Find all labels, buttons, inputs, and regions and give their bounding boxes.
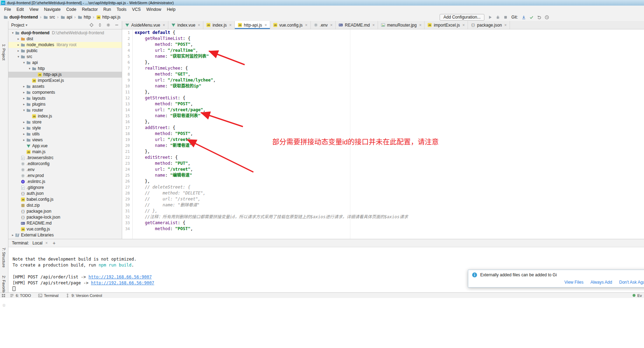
- tab-close-icon[interactable]: ×: [305, 23, 308, 28]
- tree-closed-arrow-icon[interactable]: ▸: [16, 48, 21, 54]
- tree-item-store[interactable]: ▸store: [8, 119, 122, 125]
- tree-item-api[interactable]: ▾api: [8, 60, 122, 66]
- tree-item-.env.prod[interactable]: .env.prod: [8, 173, 122, 179]
- terminal-link[interactable]: http://192.168.66.56:9007: [91, 280, 154, 285]
- tree-item-.browserslistrc[interactable]: .browserslistrc: [8, 155, 122, 161]
- tab-package.json[interactable]: {}package.json×: [468, 21, 510, 29]
- terminal-tab-close-icon[interactable]: ×: [45, 241, 48, 246]
- menu-vcs[interactable]: VCS: [129, 7, 144, 12]
- tab-close-icon[interactable]: ×: [265, 23, 267, 28]
- tree-item-src[interactable]: ▾src: [8, 54, 122, 60]
- editor[interactable]: 1234567891011121314151617181920212223242…: [122, 29, 644, 239]
- hide-icon[interactable]: [114, 23, 119, 27]
- settings-gear-icon[interactable]: [106, 23, 111, 27]
- tree-closed-arrow-icon[interactable]: ▸: [22, 90, 26, 95]
- tree-item-components[interactable]: ▸components: [8, 90, 122, 95]
- tree-item-public[interactable]: ▸public: [8, 48, 122, 54]
- stripe-project-button[interactable]: 1: Project: [2, 44, 6, 60]
- tree-item-style[interactable]: ▸style: [8, 125, 122, 131]
- tree-item-layouts[interactable]: ▸layouts: [8, 95, 122, 101]
- menu-run[interactable]: Run: [100, 7, 114, 12]
- tab-http-api.js[interactable]: JShttp-api.js×: [235, 21, 270, 29]
- statusbar-Terminal[interactable]: Terminal: [38, 293, 59, 298]
- debug-icon[interactable]: [496, 15, 500, 20]
- notification-action[interactable]: Always Add: [590, 280, 612, 285]
- statusbar-9: Version Control[interactable]: 9: Version Control: [65, 293, 102, 298]
- collapse-all-icon[interactable]: [98, 23, 102, 27]
- tab-close-icon[interactable]: ×: [419, 23, 421, 28]
- terminal-link[interactable]: http://192.168.66.56:9007: [89, 275, 152, 279]
- tab-index.vue[interactable]: index.vue×: [168, 21, 203, 29]
- git-update-icon[interactable]: [522, 15, 526, 20]
- tab-.env[interactable]: .env×: [311, 21, 336, 29]
- tree-open-arrow-icon[interactable]: ▾: [27, 66, 32, 72]
- tree-closed-arrow-icon[interactable]: ▸: [16, 42, 21, 48]
- tree-open-arrow-icon[interactable]: ▾: [10, 30, 15, 36]
- tree-closed-arrow-icon[interactable]: ▸: [22, 119, 26, 125]
- tree-item-babel.config.js[interactable]: JSbabel.config.js: [8, 197, 122, 203]
- tree-item-package-lock.json[interactable]: {}package-lock.json: [8, 214, 122, 220]
- tree-closed-arrow-icon[interactable]: ▸: [22, 125, 26, 131]
- tree-item-plugins[interactable]: ▸plugins: [8, 101, 122, 107]
- tab-close-icon[interactable]: ×: [504, 23, 507, 28]
- tree-item-App.vue[interactable]: App.vue: [8, 143, 122, 149]
- tree-item-External Libraries[interactable]: ▸External Libraries: [8, 232, 122, 238]
- breadcrumb-api[interactable]: api: [61, 15, 72, 20]
- tree-item-.gitignore[interactable]: .gitignore: [8, 185, 122, 191]
- tree-closed-arrow-icon[interactable]: ▸: [16, 36, 21, 42]
- tree-item-.eslintrc.js[interactable]: .eslintrc.js: [8, 179, 122, 185]
- tree-item-duoji-frontend[interactable]: ▾duoji-frontendD:\zheheWeb\duoji-fronten…: [8, 30, 122, 36]
- toolwindow-switcher-icon[interactable]: [1, 293, 6, 298]
- statusbar-6: TODO[interactable]: 6: TODO: [10, 293, 31, 298]
- tree-item-views[interactable]: ▸views: [8, 137, 122, 143]
- revert-icon[interactable]: [537, 15, 541, 20]
- tree-item-main.js[interactable]: JSmain.js: [8, 149, 122, 155]
- tree-closed-arrow-icon[interactable]: ▸: [22, 101, 26, 107]
- notification-action[interactable]: Don't Ask Agai: [619, 280, 644, 285]
- tab-close-icon[interactable]: ×: [163, 23, 165, 28]
- favorites-star-icon[interactable]: ☆: [2, 303, 6, 308]
- tree-item-router[interactable]: ▾router: [8, 107, 122, 113]
- breadcrumb-http[interactable]: http: [78, 15, 91, 20]
- menu-refactor[interactable]: Refactor: [79, 7, 100, 12]
- tree-item-http[interactable]: ▾http: [8, 66, 122, 72]
- breadcrumb-src[interactable]: src: [43, 15, 55, 20]
- run-icon[interactable]: [488, 15, 492, 20]
- tab-menuRouter.jpg[interactable]: menuRouter.jpg×: [378, 21, 425, 29]
- tree-closed-arrow-icon[interactable]: ▸: [22, 84, 26, 90]
- tab-README.md[interactable]: README.md×: [336, 21, 378, 29]
- tree-item-.editorconfig[interactable]: .editorconfig: [8, 161, 122, 167]
- menu-tools[interactable]: Tools: [114, 7, 129, 12]
- menu-code[interactable]: Code: [63, 7, 79, 12]
- tree-closed-arrow-icon[interactable]: ▸: [22, 131, 26, 137]
- menu-view[interactable]: View: [27, 7, 41, 12]
- tree-closed-arrow-icon[interactable]: ▸: [22, 95, 26, 101]
- tree-item-index.js[interactable]: JSindex.js: [8, 113, 122, 119]
- new-terminal-button[interactable]: +: [51, 240, 57, 246]
- locate-icon[interactable]: [89, 23, 94, 27]
- tab-close-icon[interactable]: ×: [198, 23, 200, 28]
- git-commit-icon[interactable]: [529, 15, 534, 20]
- menu-navigate[interactable]: Navigate: [41, 7, 63, 12]
- tree-item-assets[interactable]: ▸assets: [8, 84, 122, 90]
- stripe-structure-button[interactable]: 7: Structure: [2, 248, 6, 268]
- tab-AsideMenu.vue[interactable]: AsideMenu.vue×: [122, 21, 168, 29]
- tab-close-icon[interactable]: ×: [330, 23, 332, 28]
- tree-item-utils[interactable]: ▸utils: [8, 131, 122, 137]
- project-dropdown-caret-icon[interactable]: ▾: [26, 23, 27, 27]
- tree-item-http-api.js[interactable]: JShttp-api.js: [8, 72, 122, 78]
- tree-item-importExcel.js[interactable]: JSimportExcel.js: [8, 78, 122, 84]
- tree-item-README.md[interactable]: README.md: [8, 220, 122, 226]
- add-configuration-button[interactable]: Add Configuration...: [440, 14, 484, 21]
- breadcrumb-http-api.js[interactable]: JShttp-api.js: [96, 15, 120, 20]
- tree-open-arrow-icon[interactable]: ▾: [22, 60, 26, 66]
- tree-item-vue.config.js[interactable]: JSvue.config.js: [8, 226, 122, 232]
- tab-close-icon[interactable]: ×: [372, 23, 375, 28]
- stop-icon[interactable]: [503, 15, 508, 20]
- terminal-tab-local[interactable]: Local ×: [33, 241, 48, 246]
- tab-index.js[interactable]: JSindex.js×: [203, 21, 235, 29]
- menu-edit[interactable]: Edit: [14, 7, 27, 12]
- tree-open-arrow-icon[interactable]: ▾: [22, 107, 26, 113]
- tab-close-icon[interactable]: ×: [462, 23, 465, 28]
- tab-importExcel.js[interactable]: JSimportExcel.js×: [425, 21, 468, 29]
